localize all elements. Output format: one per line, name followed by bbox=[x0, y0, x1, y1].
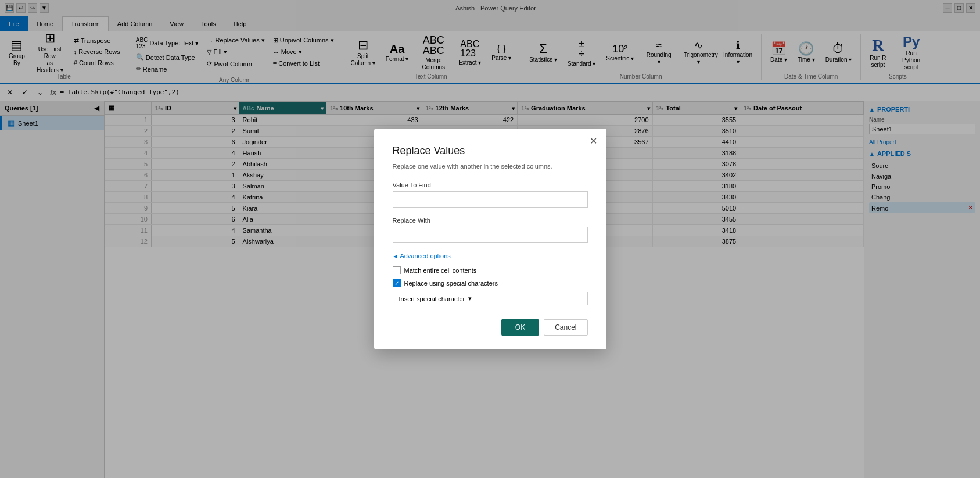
dialog-footer: OK Cancel bbox=[393, 319, 588, 336]
insert-special-character-button[interactable]: Insert special character ▾ bbox=[393, 292, 588, 305]
ok-button[interactable]: OK bbox=[501, 319, 539, 336]
advanced-options-arrow: ◄ bbox=[393, 253, 399, 259]
replace-with-label: Replace With bbox=[393, 217, 588, 224]
match-entire-row: Match entire cell contents bbox=[393, 266, 588, 274]
replace-with-input[interactable] bbox=[393, 227, 588, 243]
advanced-options-toggle[interactable]: ◄ Advanced options bbox=[393, 252, 588, 259]
replace-special-row: Replace using special characters bbox=[393, 279, 588, 287]
cancel-button[interactable]: Cancel bbox=[544, 319, 587, 336]
insert-special-dropdown-icon: ▾ bbox=[468, 295, 472, 302]
replace-special-label: Replace using special characters bbox=[404, 280, 498, 287]
value-to-find-label: Value To Find bbox=[393, 181, 588, 188]
modal-overlay[interactable]: ✕ Replace Values Replace one value with … bbox=[0, 0, 980, 478]
replace-special-checkbox[interactable] bbox=[393, 279, 401, 287]
value-to-find-input[interactable] bbox=[393, 191, 588, 208]
insert-special-label: Insert special character bbox=[399, 295, 465, 302]
dialog-description: Replace one value with another in the se… bbox=[393, 163, 588, 170]
match-entire-label: Match entire cell contents bbox=[404, 267, 477, 274]
replace-values-dialog: ✕ Replace Values Replace one value with … bbox=[374, 129, 606, 349]
dialog-title: Replace Values bbox=[393, 145, 588, 157]
dialog-close-button[interactable]: ✕ bbox=[590, 135, 597, 147]
advanced-options-label: Advanced options bbox=[400, 252, 450, 259]
match-entire-checkbox[interactable] bbox=[393, 266, 401, 274]
